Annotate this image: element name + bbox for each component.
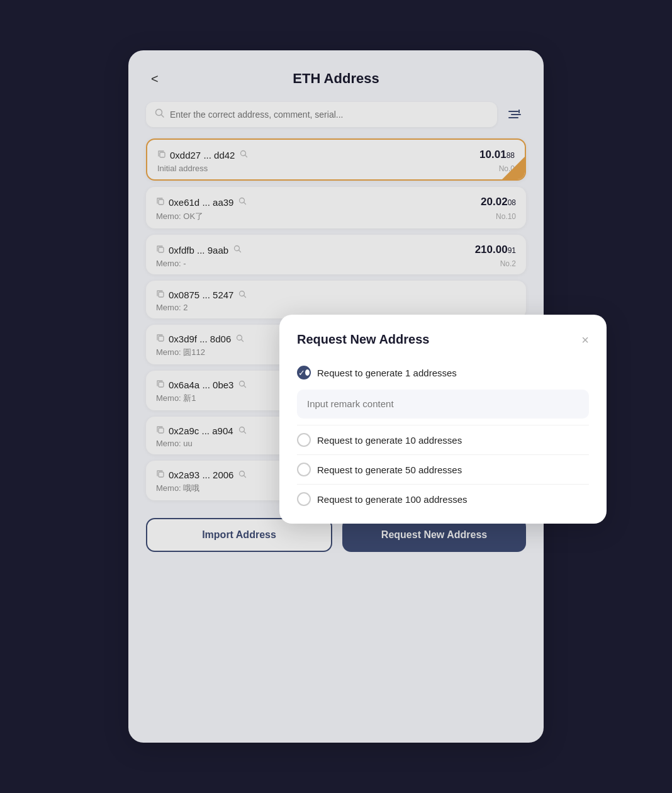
modal-header: Request New Address × [297,332,589,347]
radio-option[interactable]: ✓ Request to generate 1 addresses [297,361,589,419]
radio-label: Request to generate 10 addresses [317,435,462,446]
radio-option-0[interactable]: ✓ Request to generate 1 addresses [297,361,589,385]
modal-title: Request New Address [297,332,429,347]
divider [297,454,589,455]
radio-option-1[interactable]: Request to generate 10 addresses [297,428,589,452]
modal-close-button[interactable]: × [581,334,589,346]
radio-label: Request to generate 50 addresses [317,464,462,475]
radio-circle: ✓ [297,366,311,380]
main-card: < ETH Address 0xdd27 ... [128,50,544,743]
radio-label: Request to generate 100 addresses [317,494,468,505]
radio-circle [297,433,311,447]
radio-option[interactable]: Request to generate 50 addresses [297,454,589,481]
remark-input[interactable] [307,398,579,409]
radio-label: Request to generate 1 addresses [317,368,457,378]
radio-option[interactable]: Request to generate 100 addresses [297,484,589,511]
check-icon: ✓ [298,368,305,378]
radio-option[interactable]: Request to generate 10 addresses [297,425,589,452]
radio-circle [297,492,311,506]
divider [297,425,589,425]
radio-option-2[interactable]: Request to generate 50 addresses [297,458,589,481]
radio-circle [297,463,311,476]
request-new-address-modal: Request New Address × ✓ Request to gener… [279,315,607,524]
divider [297,484,589,485]
modal-options: ✓ Request to generate 1 addresses Reques… [297,361,589,511]
radio-option-3[interactable]: Request to generate 100 addresses [297,487,589,511]
